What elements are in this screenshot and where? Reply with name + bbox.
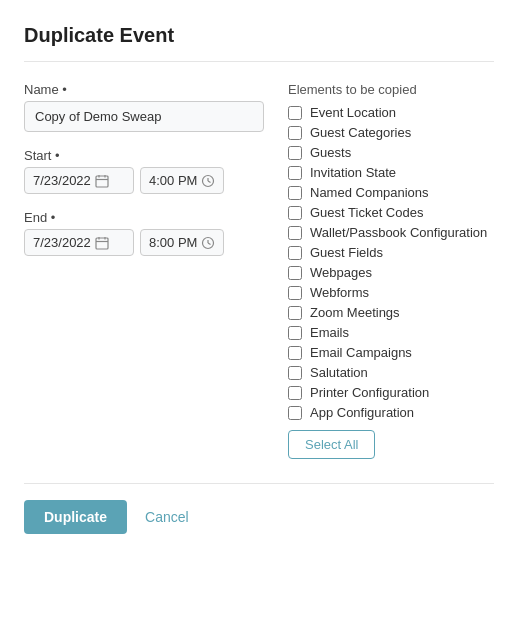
end-clock-icon[interactable] [201, 236, 215, 250]
start-label: Start • [24, 148, 264, 163]
checkbox-item-guest-fields[interactable]: Guest Fields [288, 245, 494, 260]
checkbox-label-guest-categories: Guest Categories [310, 125, 411, 140]
checkbox-item-zoom-meetings[interactable]: Zoom Meetings [288, 305, 494, 320]
checkbox-item-webforms[interactable]: Webforms [288, 285, 494, 300]
checkbox-label-salutation: Salutation [310, 365, 368, 380]
left-panel: Name • Start • 7/23/2022 [24, 82, 264, 459]
end-time-input[interactable]: 8:00 PM [140, 229, 224, 256]
checkbox-label-event-location: Event Location [310, 105, 396, 120]
svg-line-13 [208, 243, 211, 245]
end-field-group: End • 7/23/2022 [24, 210, 264, 256]
checkbox-label-guest-fields: Guest Fields [310, 245, 383, 260]
checkbox-label-emails: Emails [310, 325, 349, 340]
select-all-button[interactable]: Select All [288, 430, 375, 459]
checkbox-guest-ticket-codes[interactable] [288, 206, 302, 220]
end-date-time-row: 7/23/2022 8:00 PM [24, 229, 264, 256]
checkbox-item-invitation-state[interactable]: Invitation State [288, 165, 494, 180]
checkbox-event-location[interactable] [288, 106, 302, 120]
end-label: End • [24, 210, 264, 225]
checkbox-item-salutation[interactable]: Salutation [288, 365, 494, 380]
checkbox-email-campaigns[interactable] [288, 346, 302, 360]
start-field-group: Start • 7/23/2022 [24, 148, 264, 194]
end-date-value: 7/23/2022 [33, 235, 91, 250]
checkbox-label-email-campaigns: Email Campaigns [310, 345, 412, 360]
checkbox-item-guests[interactable]: Guests [288, 145, 494, 160]
duplicate-event-dialog: Duplicate Event Name • Start • 7/23/2022 [0, 0, 518, 558]
checkbox-zoom-meetings[interactable] [288, 306, 302, 320]
start-date-value: 7/23/2022 [33, 173, 91, 188]
elements-label: Elements to be copied [288, 82, 494, 97]
end-time-value: 8:00 PM [149, 235, 197, 250]
dialog-title: Duplicate Event [24, 24, 494, 62]
cancel-button[interactable]: Cancel [137, 500, 197, 534]
name-field-group: Name • [24, 82, 264, 132]
checkbox-wallet-passbook[interactable] [288, 226, 302, 240]
checkbox-webpages[interactable] [288, 266, 302, 280]
checkbox-label-guests: Guests [310, 145, 351, 160]
checkbox-item-named-companions[interactable]: Named Companions [288, 185, 494, 200]
right-panel: Elements to be copied Event LocationGues… [288, 82, 494, 459]
name-input[interactable] [24, 101, 264, 132]
duplicate-button[interactable]: Duplicate [24, 500, 127, 534]
checkbox-item-app-configuration[interactable]: App Configuration [288, 405, 494, 420]
checkbox-label-app-configuration: App Configuration [310, 405, 414, 420]
checkbox-emails[interactable] [288, 326, 302, 340]
checkbox-invitation-state[interactable] [288, 166, 302, 180]
checkbox-label-zoom-meetings: Zoom Meetings [310, 305, 400, 320]
checkbox-named-companions[interactable] [288, 186, 302, 200]
checkbox-guests[interactable] [288, 146, 302, 160]
end-date-input[interactable]: 7/23/2022 [24, 229, 134, 256]
start-calendar-icon[interactable] [95, 174, 109, 188]
checkbox-salutation[interactable] [288, 366, 302, 380]
checkbox-item-printer-configuration[interactable]: Printer Configuration [288, 385, 494, 400]
checkbox-item-guest-categories[interactable]: Guest Categories [288, 125, 494, 140]
checkbox-label-wallet-passbook: Wallet/Passbook Configuration [310, 225, 487, 240]
checkbox-webforms[interactable] [288, 286, 302, 300]
checkbox-guest-categories[interactable] [288, 126, 302, 140]
checkbox-label-named-companions: Named Companions [310, 185, 429, 200]
checkbox-label-webpages: Webpages [310, 265, 372, 280]
checkbox-label-guest-ticket-codes: Guest Ticket Codes [310, 205, 423, 220]
checkbox-item-event-location[interactable]: Event Location [288, 105, 494, 120]
svg-line-6 [208, 181, 211, 183]
dialog-body: Name • Start • 7/23/2022 [24, 82, 494, 459]
checkbox-label-invitation-state: Invitation State [310, 165, 396, 180]
start-time-input[interactable]: 4:00 PM [140, 167, 224, 194]
checkbox-label-printer-configuration: Printer Configuration [310, 385, 429, 400]
start-date-input[interactable]: 7/23/2022 [24, 167, 134, 194]
start-date-time-row: 7/23/2022 4:00 PM [24, 167, 264, 194]
start-clock-icon[interactable] [201, 174, 215, 188]
checkbox-item-webpages[interactable]: Webpages [288, 265, 494, 280]
end-calendar-icon[interactable] [95, 236, 109, 250]
checkbox-guest-fields[interactable] [288, 246, 302, 260]
checkbox-printer-configuration[interactable] [288, 386, 302, 400]
checkbox-item-email-campaigns[interactable]: Email Campaigns [288, 345, 494, 360]
start-time-value: 4:00 PM [149, 173, 197, 188]
checkbox-item-wallet-passbook[interactable]: Wallet/Passbook Configuration [288, 225, 494, 240]
svg-rect-7 [96, 238, 108, 249]
checkbox-label-webforms: Webforms [310, 285, 369, 300]
checkbox-app-configuration[interactable] [288, 406, 302, 420]
checkbox-item-guest-ticket-codes[interactable]: Guest Ticket Codes [288, 205, 494, 220]
checkbox-item-emails[interactable]: Emails [288, 325, 494, 340]
name-label: Name • [24, 82, 264, 97]
dialog-footer: Duplicate Cancel [24, 483, 494, 534]
svg-rect-0 [96, 176, 108, 187]
checkbox-list: Event LocationGuest CategoriesGuestsInvi… [288, 105, 494, 420]
